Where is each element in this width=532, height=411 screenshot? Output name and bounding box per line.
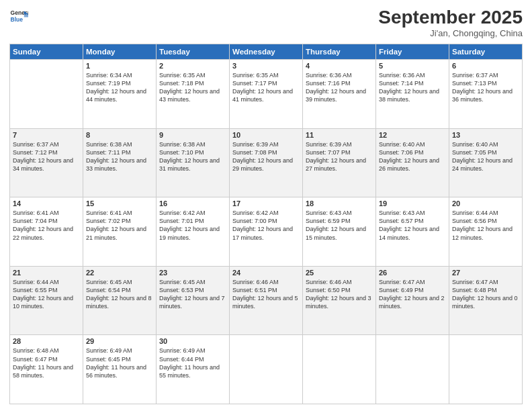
day-cell: 22Sunrise: 6:45 AM Sunset: 6:54 PM Dayli… — [83, 266, 157, 335]
day-cell — [376, 335, 449, 404]
day-info: Sunrise: 6:46 AM Sunset: 6:51 PM Dayligh… — [232, 278, 300, 311]
day-cell: 24Sunrise: 6:46 AM Sunset: 6:51 PM Dayli… — [230, 266, 303, 335]
day-cell: 19Sunrise: 6:43 AM Sunset: 6:57 PM Dayli… — [376, 197, 449, 267]
day-number: 14 — [13, 199, 80, 208]
day-number: 9 — [159, 131, 226, 139]
day-cell: 25Sunrise: 6:46 AM Sunset: 6:50 PM Dayli… — [303, 266, 376, 335]
day-cell: 4Sunrise: 6:36 AM Sunset: 7:16 PM Daylig… — [303, 60, 376, 129]
day-cell — [449, 335, 523, 404]
day-cell: 16Sunrise: 6:42 AM Sunset: 7:01 PM Dayli… — [157, 197, 230, 267]
day-number: 6 — [452, 62, 519, 70]
day-cell: 12Sunrise: 6:40 AM Sunset: 7:06 PM Dayli… — [376, 128, 449, 197]
day-number: 29 — [86, 337, 153, 345]
day-number: 15 — [86, 199, 153, 208]
day-number: 24 — [232, 269, 300, 277]
weekday-header-saturday: Saturday — [449, 44, 523, 60]
day-cell: 27Sunrise: 6:47 AM Sunset: 6:48 PM Dayli… — [449, 266, 523, 335]
day-number: 13 — [452, 131, 519, 139]
weekday-header-wednesday: Wednesday — [230, 44, 303, 60]
week-row-1: 1Sunrise: 6:34 AM Sunset: 7:19 PM Daylig… — [10, 60, 523, 129]
day-info: Sunrise: 6:45 AM Sunset: 6:53 PM Dayligh… — [159, 278, 226, 311]
day-cell: 9Sunrise: 6:38 AM Sunset: 7:10 PM Daylig… — [157, 128, 230, 197]
title-block: September 2025 Ji'an, Chongqing, China — [378, 7, 523, 38]
weekday-header-row: SundayMondayTuesdayWednesdayThursdayFrid… — [10, 44, 523, 60]
day-info: Sunrise: 6:44 AM Sunset: 6:56 PM Dayligh… — [452, 209, 519, 242]
calendar-table: SundayMondayTuesdayWednesdayThursdayFrid… — [9, 44, 523, 404]
day-cell: 30Sunrise: 6:49 AM Sunset: 6:44 PM Dayli… — [157, 335, 230, 404]
day-number: 1 — [86, 62, 153, 70]
day-info: Sunrise: 6:36 AM Sunset: 7:14 PM Dayligh… — [379, 71, 446, 104]
svg-text:Blue: Blue — [11, 16, 24, 23]
day-info: Sunrise: 6:41 AM Sunset: 7:02 PM Dayligh… — [86, 209, 153, 242]
day-cell — [303, 335, 376, 404]
day-cell: 3Sunrise: 6:35 AM Sunset: 7:17 PM Daylig… — [230, 60, 303, 129]
day-number: 11 — [306, 131, 373, 139]
day-number: 21 — [13, 269, 80, 277]
day-info: Sunrise: 6:36 AM Sunset: 7:16 PM Dayligh… — [306, 71, 373, 104]
month-title: September 2025 — [378, 7, 523, 28]
day-cell: 6Sunrise: 6:37 AM Sunset: 7:13 PM Daylig… — [449, 60, 523, 129]
weekday-header-friday: Friday — [376, 44, 449, 60]
day-info: Sunrise: 6:48 AM Sunset: 6:47 PM Dayligh… — [13, 347, 80, 379]
day-number: 12 — [379, 131, 446, 139]
day-number: 8 — [86, 131, 153, 139]
day-cell: 10Sunrise: 6:39 AM Sunset: 7:08 PM Dayli… — [230, 128, 303, 197]
day-info: Sunrise: 6:41 AM Sunset: 7:04 PM Dayligh… — [13, 209, 80, 242]
day-number: 22 — [86, 269, 153, 277]
day-info: Sunrise: 6:35 AM Sunset: 7:17 PM Dayligh… — [232, 71, 300, 104]
day-info: Sunrise: 6:40 AM Sunset: 7:05 PM Dayligh… — [452, 140, 519, 173]
day-number: 4 — [306, 62, 373, 70]
week-row-2: 7Sunrise: 6:37 AM Sunset: 7:12 PM Daylig… — [10, 128, 523, 197]
day-info: Sunrise: 6:37 AM Sunset: 7:12 PM Dayligh… — [13, 140, 80, 173]
day-number: 3 — [232, 62, 300, 70]
logo-icon: General Blue — [9, 7, 28, 26]
day-cell: 15Sunrise: 6:41 AM Sunset: 7:02 PM Dayli… — [83, 197, 157, 267]
day-number: 16 — [159, 199, 226, 208]
day-cell: 28Sunrise: 6:48 AM Sunset: 6:47 PM Dayli… — [10, 335, 83, 404]
day-cell: 13Sunrise: 6:40 AM Sunset: 7:05 PM Dayli… — [449, 128, 523, 197]
day-cell: 7Sunrise: 6:37 AM Sunset: 7:12 PM Daylig… — [10, 128, 83, 197]
day-cell: 5Sunrise: 6:36 AM Sunset: 7:14 PM Daylig… — [376, 60, 449, 129]
day-cell: 17Sunrise: 6:42 AM Sunset: 7:00 PM Dayli… — [230, 197, 303, 267]
day-info: Sunrise: 6:39 AM Sunset: 7:07 PM Dayligh… — [306, 140, 373, 173]
day-cell: 14Sunrise: 6:41 AM Sunset: 7:04 PM Dayli… — [10, 197, 83, 267]
day-cell: 23Sunrise: 6:45 AM Sunset: 6:53 PM Dayli… — [157, 266, 230, 335]
day-number: 7 — [13, 131, 80, 139]
day-cell: 18Sunrise: 6:43 AM Sunset: 6:59 PM Dayli… — [303, 197, 376, 267]
day-cell: 1Sunrise: 6:34 AM Sunset: 7:19 PM Daylig… — [83, 60, 157, 129]
day-cell — [230, 335, 303, 404]
day-number: 10 — [232, 131, 300, 139]
day-info: Sunrise: 6:35 AM Sunset: 7:18 PM Dayligh… — [159, 71, 226, 104]
day-cell: 11Sunrise: 6:39 AM Sunset: 7:07 PM Dayli… — [303, 128, 376, 197]
day-number: 27 — [452, 269, 519, 277]
day-number: 30 — [159, 337, 226, 345]
day-cell: 26Sunrise: 6:47 AM Sunset: 6:49 PM Dayli… — [376, 266, 449, 335]
day-info: Sunrise: 6:34 AM Sunset: 7:19 PM Dayligh… — [86, 71, 153, 104]
day-number: 2 — [159, 62, 226, 70]
svg-marker-3 — [24, 14, 28, 17]
weekday-header-thursday: Thursday — [303, 44, 376, 60]
day-info: Sunrise: 6:40 AM Sunset: 7:06 PM Dayligh… — [379, 140, 446, 173]
day-number: 28 — [13, 337, 80, 345]
day-number: 25 — [306, 269, 373, 277]
day-cell: 29Sunrise: 6:49 AM Sunset: 6:45 PM Dayli… — [83, 335, 157, 404]
day-info: Sunrise: 6:42 AM Sunset: 7:00 PM Dayligh… — [232, 209, 300, 242]
day-info: Sunrise: 6:38 AM Sunset: 7:10 PM Dayligh… — [159, 140, 226, 173]
day-number: 20 — [452, 199, 519, 208]
day-info: Sunrise: 6:44 AM Sunset: 6:55 PM Dayligh… — [13, 278, 80, 311]
day-info: Sunrise: 6:43 AM Sunset: 6:57 PM Dayligh… — [379, 209, 446, 242]
weekday-header-tuesday: Tuesday — [157, 44, 230, 60]
day-number: 19 — [379, 199, 446, 208]
day-info: Sunrise: 6:49 AM Sunset: 6:44 PM Dayligh… — [159, 347, 226, 379]
day-cell: 8Sunrise: 6:38 AM Sunset: 7:11 PM Daylig… — [83, 128, 157, 197]
day-number: 17 — [232, 199, 300, 208]
day-cell: 20Sunrise: 6:44 AM Sunset: 6:56 PM Dayli… — [449, 197, 523, 267]
day-info: Sunrise: 6:43 AM Sunset: 6:59 PM Dayligh… — [306, 209, 373, 242]
week-row-5: 28Sunrise: 6:48 AM Sunset: 6:47 PM Dayli… — [10, 335, 523, 404]
header: General Blue September 2025 Ji'an, Chong… — [9, 7, 523, 38]
day-info: Sunrise: 6:38 AM Sunset: 7:11 PM Dayligh… — [86, 140, 153, 173]
page-container: General Blue September 2025 Ji'an, Chong… — [0, 0, 532, 411]
location: Ji'an, Chongqing, China — [378, 28, 523, 38]
day-cell: 21Sunrise: 6:44 AM Sunset: 6:55 PM Dayli… — [10, 266, 83, 335]
day-info: Sunrise: 6:39 AM Sunset: 7:08 PM Dayligh… — [232, 140, 300, 173]
